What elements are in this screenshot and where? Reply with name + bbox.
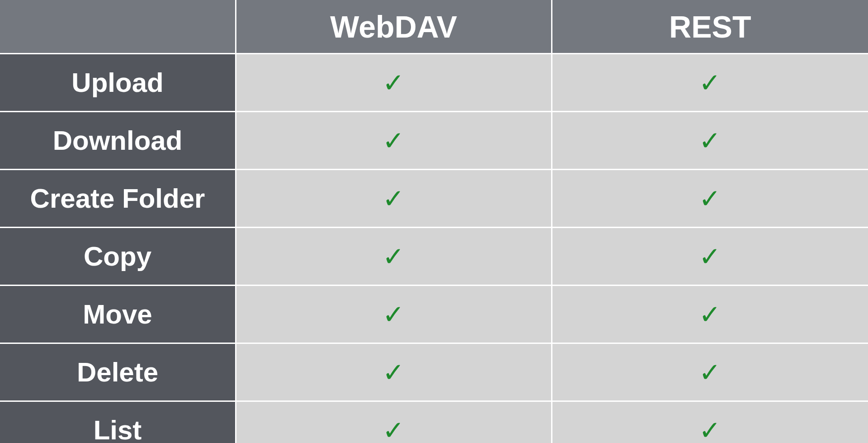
cell-value: ✓ xyxy=(552,54,868,112)
cell-value: ✓ xyxy=(552,402,868,443)
check-icon: ✓ xyxy=(699,299,721,330)
comparison-table: WebDAV REST Upload ✓ ✓ Download ✓ ✓ Crea… xyxy=(0,0,868,443)
row-label: Copy xyxy=(0,228,236,286)
check-icon: ✓ xyxy=(699,125,721,156)
cell-value: ✓ xyxy=(236,402,552,443)
check-icon: ✓ xyxy=(382,125,405,156)
check-icon: ✓ xyxy=(382,415,405,443)
check-icon: ✓ xyxy=(699,357,721,388)
row-label: Move xyxy=(0,286,236,344)
cell-value: ✓ xyxy=(236,112,552,170)
cell-value: ✓ xyxy=(236,228,552,286)
header-blank xyxy=(0,0,236,54)
row-label: Upload xyxy=(0,54,236,112)
check-icon: ✓ xyxy=(382,67,405,98)
check-icon: ✓ xyxy=(699,241,721,272)
column-header-webdav: WebDAV xyxy=(236,0,552,54)
check-icon: ✓ xyxy=(699,67,721,98)
cell-value: ✓ xyxy=(552,170,868,228)
cell-value: ✓ xyxy=(552,228,868,286)
check-icon: ✓ xyxy=(699,183,721,214)
check-icon: ✓ xyxy=(382,183,405,214)
cell-value: ✓ xyxy=(236,54,552,112)
column-header-rest: REST xyxy=(552,0,868,54)
cell-value: ✓ xyxy=(236,170,552,228)
check-icon: ✓ xyxy=(382,241,405,272)
cell-value: ✓ xyxy=(552,286,868,344)
cell-value: ✓ xyxy=(236,286,552,344)
row-label: Download xyxy=(0,112,236,170)
cell-value: ✓ xyxy=(552,344,868,402)
check-icon: ✓ xyxy=(382,299,405,330)
row-label: Create Folder xyxy=(0,170,236,228)
cell-value: ✓ xyxy=(236,344,552,402)
row-label: Delete xyxy=(0,344,236,402)
cell-value: ✓ xyxy=(552,112,868,170)
row-label: List xyxy=(0,402,236,443)
check-icon: ✓ xyxy=(699,415,721,443)
check-icon: ✓ xyxy=(382,357,405,388)
